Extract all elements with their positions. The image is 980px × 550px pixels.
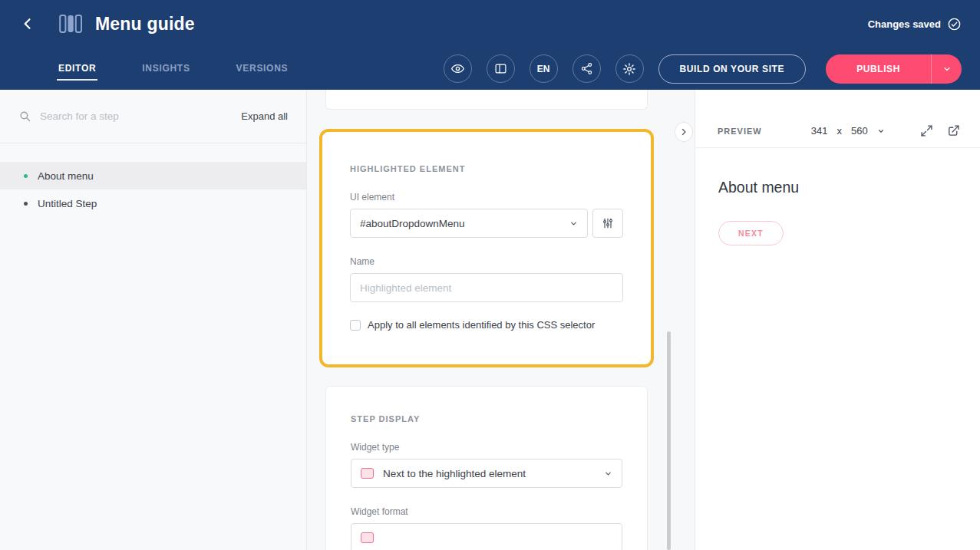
search-icon bbox=[18, 110, 31, 123]
preview-title: PREVIEW bbox=[718, 127, 762, 136]
back-button[interactable] bbox=[18, 15, 37, 33]
publish-button[interactable]: PUBLISH bbox=[826, 54, 931, 84]
step-item-label: Untitled Step bbox=[38, 198, 97, 209]
ui-element-value: #aboutDropdownMenu bbox=[360, 218, 465, 229]
chevron-down-icon bbox=[942, 64, 952, 74]
step-status-dot bbox=[24, 202, 28, 206]
step-search-row: Expand all bbox=[0, 90, 306, 143]
language-button[interactable]: EN bbox=[530, 54, 558, 83]
ui-element-label: UI element bbox=[350, 192, 623, 203]
publish-button-group: PUBLISH bbox=[826, 54, 962, 84]
preview-eye-button[interactable] bbox=[444, 54, 472, 83]
layout-button[interactable] bbox=[487, 54, 515, 83]
widget-format-label: Widget format bbox=[351, 506, 622, 517]
widget-format-icon bbox=[361, 532, 374, 543]
widget-format-select[interactable] bbox=[351, 523, 622, 550]
step-item-about-menu[interactable]: About menu bbox=[0, 162, 306, 189]
section-title: STEP DISPLAY bbox=[351, 414, 622, 423]
widget-type-label: Widget type bbox=[351, 442, 622, 453]
element-picker-settings-button[interactable] bbox=[592, 209, 623, 238]
widget-type-icon bbox=[361, 468, 374, 479]
collapse-panel-button[interactable] bbox=[675, 122, 693, 142]
gear-icon bbox=[622, 62, 636, 76]
preview-size-dropdown[interactable]: 341 x 560 bbox=[811, 125, 885, 137]
editor-tabs: EDITOR INSIGHTS VERSIONS bbox=[57, 48, 289, 90]
step-display-card: STEP DISPLAY Widget type Next to the hig… bbox=[325, 386, 648, 550]
chevron-left-icon bbox=[20, 16, 35, 31]
tab-editor[interactable]: EDITOR bbox=[57, 57, 97, 81]
editor-scrollbar[interactable] bbox=[667, 331, 671, 550]
search-input[interactable] bbox=[40, 110, 233, 122]
expand-icon bbox=[920, 124, 933, 137]
section-title: HIGHLIGHTED ELEMENT bbox=[350, 164, 623, 173]
preview-step-title: About menu bbox=[718, 179, 957, 196]
step-list: About menu Untitled Step bbox=[0, 162, 306, 217]
expand-all-button[interactable]: Expand all bbox=[241, 110, 288, 122]
build-on-your-site-button[interactable]: BUILD ON YOUR SITE bbox=[658, 54, 807, 84]
language-label: EN bbox=[537, 64, 550, 74]
highlighted-element-card: HIGHLIGHTED ELEMENT UI element #aboutDro… bbox=[319, 129, 654, 367]
apply-to-all-label: Apply to all elements identified by this… bbox=[368, 319, 595, 331]
changes-saved-label: Changes saved bbox=[868, 18, 941, 30]
preview-next-button[interactable]: NEXT bbox=[718, 221, 784, 245]
widget-type-select[interactable]: Next to the highlighted element bbox=[351, 459, 622, 488]
external-link-icon bbox=[947, 124, 960, 137]
tab-insights[interactable]: INSIGHTS bbox=[140, 57, 191, 81]
preview-panel: PREVIEW 341 x 560 About menu NEXT bbox=[695, 90, 980, 550]
widget-type-value: Next to the highlighted element bbox=[383, 468, 526, 479]
preview-size-separator: x bbox=[836, 125, 842, 137]
name-label: Name bbox=[350, 256, 623, 267]
eye-icon bbox=[450, 61, 465, 76]
preview-width: 341 bbox=[811, 125, 828, 137]
app-header: Menu guide Changes saved EDITOR INSIGHTS… bbox=[0, 0, 980, 90]
changes-saved-status: Changes saved bbox=[868, 17, 962, 31]
preview-fullscreen-button[interactable] bbox=[920, 124, 933, 137]
chevron-right-icon bbox=[679, 127, 688, 137]
tab-versions[interactable]: VERSIONS bbox=[235, 57, 290, 81]
chevron-down-icon bbox=[569, 219, 578, 228]
highlighted-element-name-input[interactable] bbox=[350, 273, 623, 302]
apply-to-all-checkbox-row[interactable]: Apply to all elements identified by this… bbox=[350, 319, 623, 331]
step-item-untitled-step[interactable]: Untitled Step bbox=[0, 189, 306, 217]
preview-header: PREVIEW 341 x 560 bbox=[695, 114, 980, 148]
step-editor-panel: HIGHLIGHTED ELEMENT UI element #aboutDro… bbox=[307, 90, 695, 550]
step-item-label: About menu bbox=[38, 170, 94, 182]
share-icon bbox=[580, 62, 593, 75]
page-title: Menu guide bbox=[95, 14, 195, 35]
steps-sidebar: Expand all About menu Untitled Step bbox=[0, 90, 307, 550]
preview-content: About menu NEXT bbox=[695, 148, 980, 276]
share-button[interactable] bbox=[572, 54, 601, 83]
layout-icon bbox=[494, 62, 507, 75]
chevron-down-icon bbox=[877, 127, 885, 135]
publish-dropdown-button[interactable] bbox=[931, 54, 962, 84]
settings-button[interactable] bbox=[615, 54, 644, 83]
step-status-dot bbox=[24, 174, 28, 178]
previous-card-fragment bbox=[325, 90, 648, 110]
chevron-down-icon bbox=[604, 469, 612, 478]
ui-element-select[interactable]: #aboutDropdownMenu bbox=[350, 209, 588, 238]
app-logo-icon bbox=[59, 14, 82, 34]
sliders-icon bbox=[602, 217, 614, 229]
apply-to-all-checkbox[interactable] bbox=[350, 320, 361, 331]
preview-height: 560 bbox=[851, 125, 868, 137]
open-in-new-window-button[interactable] bbox=[947, 124, 960, 137]
check-circle-icon bbox=[947, 17, 962, 31]
